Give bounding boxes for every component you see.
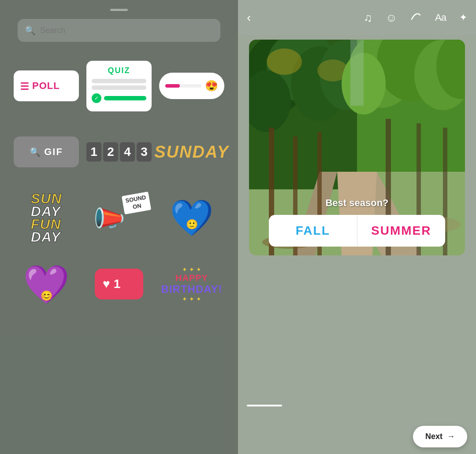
sticker-birthday[interactable]: ✦ ✦ ✦ HAPPY BIRTHDAY! ✦ ✦ ✦ (158, 253, 226, 315)
birthday-stars-bottom: ✦ ✦ ✦ (182, 295, 201, 303)
next-button[interactable]: Next → (413, 426, 467, 447)
stickers-grid: POLL QUIZ ✓ 😍 (4, 55, 235, 315)
countdown-digit-2: 2 (103, 142, 118, 162)
sunday-text-label: SUNDAY (154, 143, 229, 162)
next-label: Next (425, 432, 443, 441)
birthday-label-bday: BIRTHDAY! (161, 283, 223, 295)
countdown-digit-4: 3 (137, 142, 152, 162)
back-button[interactable]: ‹ (247, 11, 251, 25)
heart-face: 🙂 (186, 220, 198, 229)
sticker-sunday-text[interactable]: SUNDAY (158, 121, 226, 183)
svg-rect-27 (350, 40, 364, 106)
quiz-bottom: ✓ (92, 93, 146, 103)
sticker-poll[interactable]: POLL (12, 55, 81, 117)
search-icon: 🔍 (25, 25, 36, 36)
story-image: Best season? FALL SUMMER (249, 40, 465, 255)
poll-options[interactable]: FALL SUMMER (269, 215, 445, 247)
story-progress-bar (247, 405, 282, 406)
like-counter-widget: ♥ 1 (95, 269, 143, 299)
like-count-value: 1 (114, 277, 121, 291)
countdown-digit-1: 1 (86, 142, 101, 162)
sticker-purple-heart[interactable]: 💜 😊 (12, 253, 81, 315)
quiz-check-line (104, 96, 146, 100)
story-editor-panel: ‹ ♫ ☺ Aa ✦ (238, 0, 476, 454)
next-arrow-icon: → (447, 432, 455, 441)
purple-heart-icon: 💜 😊 (24, 262, 68, 306)
bottom-area: Next → (238, 419, 476, 454)
quiz-lines (92, 79, 146, 90)
blue-heart-icon: 💙 🙂 (170, 200, 214, 236)
search-input[interactable] (40, 26, 213, 35)
birthday-stars-top: ✦ ✦ ✦ (182, 266, 201, 273)
story-area: Best season? FALL SUMMER (238, 35, 476, 392)
text-icon[interactable]: Aa (435, 12, 446, 23)
poll-label: POLL (32, 80, 60, 92)
drag-handle[interactable] (110, 9, 128, 11)
face-effects-icon[interactable]: ☺ (386, 11, 398, 25)
poll-lines-icon (21, 82, 29, 90)
top-toolbar: ‹ ♫ ☺ Aa ✦ (238, 0, 476, 35)
sticker-sound-on[interactable]: 📣 SOUNDON (85, 187, 153, 249)
progress-area (238, 392, 476, 419)
sticker-blue-heart[interactable]: 💙 🙂 (158, 187, 226, 249)
sparkle-icon[interactable]: ✦ (459, 12, 467, 23)
gif-search-icon: 🔍 (30, 147, 41, 157)
draw-icon[interactable] (410, 11, 422, 25)
quiz-check-icon: ✓ (92, 93, 101, 103)
sfd-line-4: DAY (31, 231, 61, 244)
sticker-panel: 🔍 POLL QUIZ (0, 0, 238, 454)
sticker-countdown[interactable]: 1 2 4 3 (85, 121, 153, 183)
megaphone-icon: 📣 (89, 198, 129, 237)
poll-option-fall[interactable]: FALL (269, 215, 357, 247)
sticker-sunday-funday[interactable]: SUN DAY FUN DAY (12, 187, 81, 249)
sticker-like-counter[interactable]: ♥ 1 (85, 253, 153, 315)
birthday-widget: ✦ ✦ ✦ HAPPY BIRTHDAY! ✦ ✦ ✦ (161, 266, 223, 303)
sticker-slider[interactable]: 😍 (158, 55, 226, 117)
poll-overlay: Best season? FALL SUMMER (269, 197, 445, 247)
slider-emoji: 😍 (205, 80, 218, 92)
sunday-funday-block: SUN DAY FUN DAY (31, 192, 62, 243)
purple-heart-face: 😊 (41, 290, 52, 302)
sound-on-badge: SOUNDON (122, 192, 151, 214)
sound-on-compound: 📣 SOUNDON (88, 194, 150, 242)
sticker-gif[interactable]: 🔍 GIF (12, 121, 81, 183)
music-icon[interactable]: ♫ (364, 11, 372, 25)
sticker-quiz[interactable]: QUIZ ✓ (85, 55, 153, 117)
birthday-label-happy: HAPPY (175, 273, 208, 283)
slider-track (165, 84, 201, 88)
svg-point-7 (267, 48, 302, 75)
like-heart-icon: ♥ (103, 277, 110, 291)
countdown-digit-3: 4 (120, 142, 135, 162)
poll-question: Best season? (269, 197, 445, 209)
poll-option-summer[interactable]: SUMMER (357, 215, 446, 247)
slider-fill (165, 84, 180, 88)
quiz-label: QUIZ (108, 66, 130, 75)
gif-label: GIF (44, 146, 63, 158)
search-bar[interactable]: 🔍 (18, 19, 220, 42)
